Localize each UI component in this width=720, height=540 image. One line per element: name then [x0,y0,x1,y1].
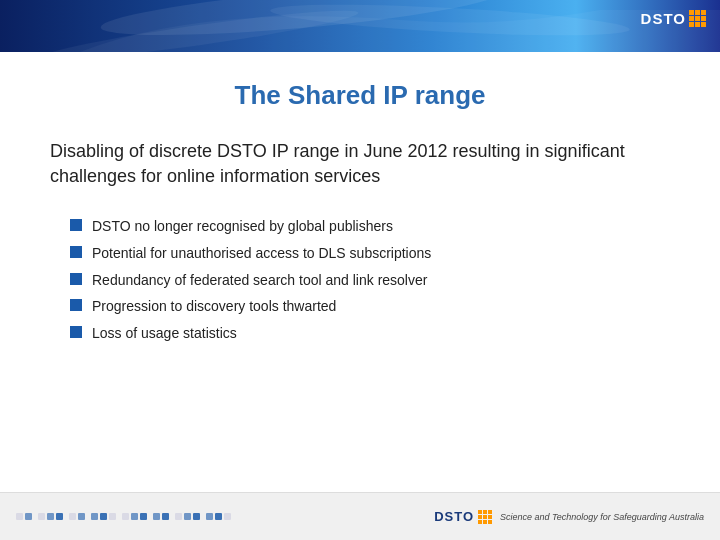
dot [91,513,98,520]
dot-group [153,513,169,520]
sq [483,520,487,524]
bullet-text: DSTO no longer recognised by global publ… [92,217,393,237]
dot [175,513,182,520]
sq [695,10,700,15]
sq [689,16,694,21]
dot-group [206,513,231,520]
dot-group [16,513,32,520]
dot-group [38,513,63,520]
bullet-text: Redundancy of federated search tool and … [92,271,427,291]
dot [100,513,107,520]
dot-group [122,513,147,520]
sq [478,520,482,524]
footer-tagline: Science and Technology for Safeguarding … [500,512,704,522]
list-item: Redundancy of federated search tool and … [70,271,670,291]
top-banner: DSTO [0,0,720,52]
sq [701,10,706,15]
dot [16,513,23,520]
dot [224,513,231,520]
dsto-logo-top: DSTO [641,10,706,27]
bullet-icon [70,246,82,258]
dot [25,513,32,520]
dot [109,513,116,520]
sq [483,510,487,514]
bullet-list: DSTO no longer recognised by global publ… [50,217,670,343]
dot [69,513,76,520]
dot [206,513,213,520]
main-content: The Shared IP range Disabling of discret… [0,52,720,492]
dsto-squares-bottom [478,510,492,524]
sq [689,22,694,27]
dot [140,513,147,520]
dot [193,513,200,520]
list-item: Potential for unauthorised access to DLS… [70,244,670,264]
sq [478,510,482,514]
dot-group [175,513,200,520]
bullet-icon [70,326,82,338]
slide-title: The Shared IP range [50,80,670,111]
sq [488,510,492,514]
sq [478,515,482,519]
sq [689,10,694,15]
dot [56,513,63,520]
list-item: Loss of usage statistics [70,324,670,344]
dsto-logo-bottom: DSTO [434,509,492,524]
bullet-icon [70,273,82,285]
sq [695,22,700,27]
dot [131,513,138,520]
dot [153,513,160,520]
sq [483,515,487,519]
bullet-icon [70,299,82,311]
bullet-text: Loss of usage statistics [92,324,237,344]
dot-group [69,513,85,520]
list-item: DSTO no longer recognised by global publ… [70,217,670,237]
dsto-text-bottom: DSTO [434,509,474,524]
dot [78,513,85,520]
footer-right: DSTO Science and Technology for Safeguar… [434,509,704,524]
bullet-text: Potential for unauthorised access to DLS… [92,244,431,264]
dot [122,513,129,520]
sq [701,16,706,21]
sq [701,22,706,27]
dot [184,513,191,520]
bullet-icon [70,219,82,231]
bullet-text: Progression to discovery tools thwarted [92,297,336,317]
dsto-text-top: DSTO [641,10,686,27]
sq [488,520,492,524]
sq [695,16,700,21]
list-item: Progression to discovery tools thwarted [70,297,670,317]
sq [488,515,492,519]
dot [215,513,222,520]
dot-group [91,513,116,520]
bottom-footer: DSTO Science and Technology for Safeguar… [0,492,720,540]
body-text: Disabling of discrete DSTO IP range in J… [50,139,670,189]
footer-dots [16,513,235,520]
dot [38,513,45,520]
dsto-squares-top [689,10,706,27]
dot [162,513,169,520]
dot [47,513,54,520]
